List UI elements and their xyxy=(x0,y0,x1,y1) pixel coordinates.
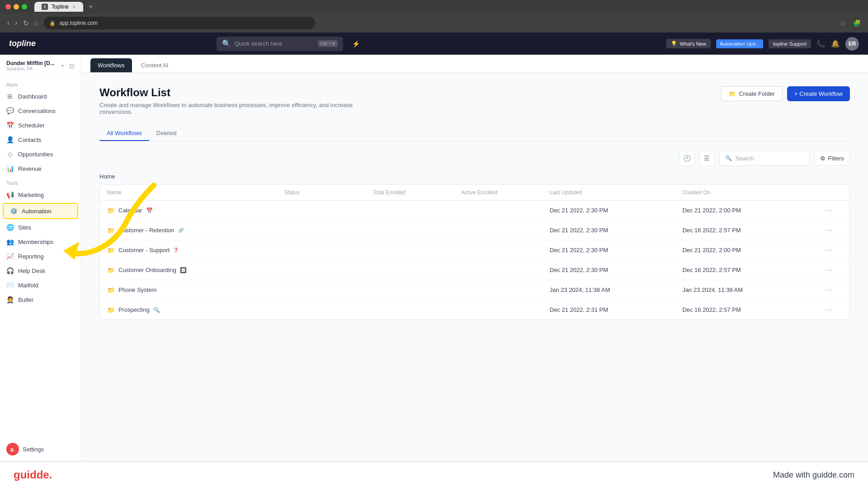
folder-name-cell[interactable]: 📁 Phone System xyxy=(107,286,284,294)
tab-close-button[interactable]: ✕ xyxy=(72,5,76,9)
back-button[interactable]: ‹ xyxy=(7,19,9,27)
row-more-button[interactable]: ⋯ xyxy=(815,266,842,274)
new-tab-button[interactable]: + xyxy=(89,3,93,11)
create-workflow-button[interactable]: + Create Workflow xyxy=(787,86,850,101)
tab-content-ai[interactable]: Content AI xyxy=(134,58,176,72)
user-profile-icon: g. xyxy=(6,443,19,455)
list-view-button[interactable]: ☰ xyxy=(699,150,715,166)
calendar-tag-icon: 📅 xyxy=(146,207,153,214)
history-button[interactable]: 🕐 xyxy=(679,150,695,166)
global-search[interactable]: 🔍 Quick search here Ctrl + K xyxy=(217,37,343,51)
col-actions xyxy=(815,189,842,196)
sidebar-item-scheduler[interactable]: 📅 Scheduler xyxy=(0,118,81,132)
sidebar-item-memberships[interactable]: 👥 Memberships xyxy=(0,235,81,249)
folder-name-cell[interactable]: 📁 Calendar 📅 xyxy=(107,207,284,214)
sidebar-item-label: Scheduler xyxy=(18,122,45,129)
page-title-section: Workflow List Create and manage Workflow… xyxy=(99,86,371,115)
last-updated-cell: Dec 21 2022, 2:30 PM xyxy=(550,207,683,214)
browser-action-icons: ☆ 🧩 xyxy=(840,19,861,27)
col-active-enrolled: Active Enrolled xyxy=(461,189,550,196)
page-title: Workflow List xyxy=(99,86,371,99)
support-button[interactable]: topline Support xyxy=(769,39,811,48)
clock-icon: 🕐 xyxy=(683,155,691,162)
folder-icon: 📁 xyxy=(729,90,736,97)
create-folder-label: Create Folder xyxy=(739,90,774,97)
table-row: 📁 Customer - Support ❓ Dec 21 2022, 2:30… xyxy=(100,240,849,260)
search-placeholder: Quick search here xyxy=(235,40,283,47)
url-input[interactable]: 🔒 app.topline.com xyxy=(44,17,315,29)
folder-icon: 📁 xyxy=(107,247,115,254)
square-tag-icon: 🔲 xyxy=(180,267,187,273)
row-more-button[interactable]: ⋯ xyxy=(815,286,842,294)
table-header: Name Status Total Enrolled Active Enroll… xyxy=(100,185,849,201)
sidebar-item-dashboard[interactable]: ⊞ Dashboard xyxy=(0,89,81,103)
automation-icon: ⚙️ xyxy=(10,207,17,215)
list-icon: ☰ xyxy=(704,155,710,162)
search-tag-icon: 🔍 xyxy=(153,307,160,313)
tab-all-workflows[interactable]: All Workflows xyxy=(99,126,149,141)
sidebar-item-butler[interactable]: 🤵 Butler xyxy=(0,292,81,307)
app-logo: topline xyxy=(9,39,36,48)
sidebar-item-reporting[interactable]: 📈 Reporting xyxy=(0,249,81,263)
sidebar-item-mailfold[interactable]: ✉️ Mailfold xyxy=(0,278,81,292)
table-row: 📁 Phone System Jan 23 2024, 11:38 AM Jan… xyxy=(100,280,849,300)
tab-workflows[interactable]: Workflows xyxy=(90,58,132,72)
reload-button[interactable]: ↻ xyxy=(23,19,29,28)
user-avatar[interactable]: ER xyxy=(845,37,859,51)
sidebar-item-sites[interactable]: 🌐 Sites xyxy=(0,220,81,235)
notification-icon[interactable]: 🔔 xyxy=(831,39,840,48)
tab-deleted[interactable]: Deleted xyxy=(149,126,184,141)
folder-name-cell[interactable]: 📁 Customer - Retention 🔗 xyxy=(107,227,284,234)
extensions-icon[interactable]: 🧩 xyxy=(853,19,861,27)
sidebar-item-label: Conversations xyxy=(18,108,56,114)
maximize-dot[interactable] xyxy=(22,4,27,9)
content-body: Workflow List Create and manage Workflow… xyxy=(81,73,868,461)
workflow-table: Name Status Total Enrolled Active Enroll… xyxy=(99,184,850,320)
folder-name-cell[interactable]: 📁 Customer - Support ❓ xyxy=(107,247,284,254)
sidebar-item-conversations[interactable]: 💬 Conversations xyxy=(0,103,81,118)
settings-label: Settings xyxy=(23,446,44,453)
row-more-button[interactable]: ⋯ xyxy=(815,206,842,215)
sidebar-item-opportunities[interactable]: ◇ Opportunities xyxy=(0,147,81,161)
layout-icon[interactable]: ⊟ xyxy=(69,62,75,70)
row-more-button[interactable]: ⋯ xyxy=(815,246,842,254)
row-more-button[interactable]: ⋯ xyxy=(815,305,842,314)
settings-item[interactable]: g. Settings xyxy=(0,437,81,461)
folder-name-label: Customer Onboarding xyxy=(118,267,176,273)
close-dot[interactable] xyxy=(5,4,11,9)
phone-icon[interactable]: 📞 xyxy=(816,39,826,48)
butler-icon: 🤵 xyxy=(6,296,14,303)
folder-name-cell[interactable]: 📁 Prospecting 🔍 xyxy=(107,306,284,314)
whats-new-button[interactable]: 💡 What's New xyxy=(666,39,711,48)
filters-button[interactable]: ⚙ Filters xyxy=(814,150,850,166)
contacts-icon: 👤 xyxy=(6,136,14,143)
sidebar-item-label: Dashboard xyxy=(18,93,47,100)
last-updated-cell: Dec 21 2022, 2:30 PM xyxy=(550,247,683,253)
forward-button[interactable]: › xyxy=(15,19,17,27)
browser-address-bar: ‹ › ↻ ⌂ 🔒 app.topline.com ☆ 🧩 xyxy=(0,14,868,33)
browser-tab[interactable]: t Topline ✕ xyxy=(34,2,83,12)
guidde-tagline: Made with guidde.com xyxy=(773,470,854,480)
create-folder-button[interactable]: 📁 Create Folder xyxy=(721,86,782,101)
table-row: 📁 Calendar 📅 Dec 21 2022, 2:30 PM Dec 21… xyxy=(100,201,849,221)
folder-icon: 📁 xyxy=(107,207,115,214)
workspace-selector[interactable]: Dunder Mifflin [D... Scranton, PA ▾ ⊟ xyxy=(0,55,81,77)
sidebar-item-contacts[interactable]: 👤 Contacts xyxy=(0,132,81,147)
workflow-search[interactable]: 🔍 Search xyxy=(719,150,810,166)
row-more-button[interactable]: ⋯ xyxy=(815,226,842,235)
home-button[interactable]: ⌂ xyxy=(34,19,39,27)
sidebar-item-helpdesk[interactable]: 🎧 Help Desk xyxy=(0,263,81,278)
page-description: Create and manage Workflows to automate … xyxy=(99,102,371,115)
workspace-name: Dunder Mifflin [D... xyxy=(6,60,58,66)
folder-name-cell[interactable]: 📁 Customer Onboarding 🔲 xyxy=(107,267,284,274)
folder-name-label: Prospecting xyxy=(118,306,150,313)
sidebar-item-revenue[interactable]: 📊 Revenue xyxy=(0,161,81,176)
minimize-dot[interactable] xyxy=(14,4,19,9)
sidebar-item-label: Reporting xyxy=(18,253,43,260)
sidebar-item-automation[interactable]: ⚙️ Automation xyxy=(3,203,78,219)
bookmark-icon[interactable]: ☆ xyxy=(840,19,846,27)
search-icon: 🔍 xyxy=(222,39,231,48)
sidebar-item-marketing[interactable]: 📢 Marketing xyxy=(0,188,81,202)
sidebar-item-label: Help Desk xyxy=(18,267,45,274)
guidde-footer: guidde. Made with guidde.com xyxy=(0,461,868,488)
